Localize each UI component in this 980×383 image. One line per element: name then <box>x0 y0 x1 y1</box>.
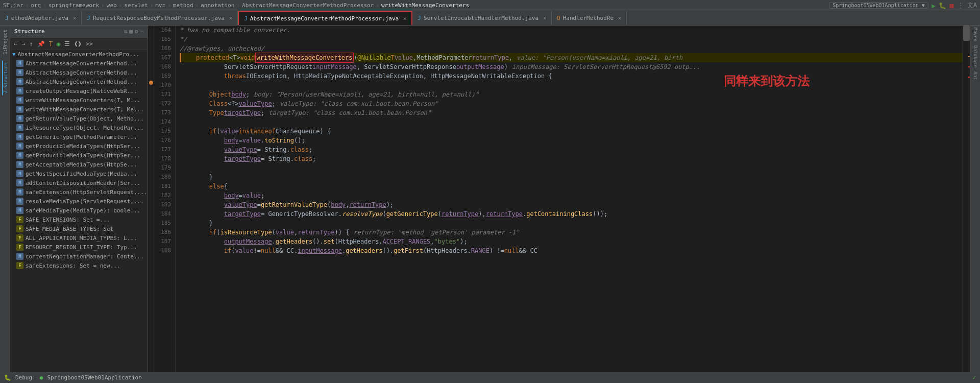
run-button[interactable]: ▶ <box>932 2 936 10</box>
right-panel-database[interactable]: Database <box>973 45 978 67</box>
close-icon[interactable]: × <box>543 15 546 21</box>
tab-icon: J <box>418 15 421 21</box>
sidebar-item[interactable]: MsafeMediaType(MediaType): boole... <box>10 206 148 215</box>
line-number: 170 <box>154 81 171 90</box>
sidebar-item[interactable]: FRESOURCE_REGION_LIST_TYPE: Typ... <box>10 243 148 252</box>
run-config-label: Springboot05Web01Application ▼ <box>829 2 928 9</box>
sidebar-item[interactable]: MgetAcceptableMediaTypes(HttpSe... <box>10 160 148 169</box>
tree-root[interactable]: ▼ AbstractMessageConverterMethodPro... <box>10 50 148 59</box>
breadcrumb-mvc: mvc <box>155 2 165 9</box>
scrollbar-track[interactable] <box>963 26 970 372</box>
code-text: inputMessage <box>312 62 357 71</box>
sidebar-item[interactable]: MgetReturnValueType(Object, Metho... <box>10 114 148 123</box>
toolbar-icon3[interactable]: ☰ <box>63 40 71 47</box>
sidebar-item[interactable]: MgetMostSpecificMediaType(Media... <box>10 169 148 178</box>
close-icon[interactable]: × <box>73 15 76 21</box>
lang-button[interactable]: 文A <box>967 1 977 10</box>
sidebar-item[interactable]: MgetProducibleMediaTypes(HttpSer... <box>10 141 148 151</box>
code-text: valueType <box>239 99 272 108</box>
line-number: 169 <box>154 71 171 81</box>
sidebar-item[interactable]: MwriteWithMessageConverters(T, M... <box>10 95 148 105</box>
sidebar-item-label: resolveMediaType(ServletRequest,... <box>26 198 144 205</box>
sidebar-toolbar: ← → ↑ 📌 T ◉ ☰ ❰❱ >> <box>10 38 148 50</box>
left-tab-project[interactable]: 1:Project <box>3 28 8 57</box>
sidebar-item[interactable]: FsafeExtensions: Set = new... <box>10 261 148 270</box>
close-icon[interactable]: × <box>618 15 621 21</box>
tab-handlermethod[interactable]: Q HandlerMethodRe × <box>552 11 627 25</box>
line-number: 181 <box>154 182 171 191</box>
code-text: ( <box>216 228 220 237</box>
toolbar-forward[interactable]: → <box>20 40 27 47</box>
tab-label: RequestResponseBodyMethodProcessor.java <box>93 15 225 21</box>
sidebar-item[interactable]: MaddContentDispositionHeader(Ser... <box>10 178 148 187</box>
tab-servletinvocable[interactable]: J ServletInvocableHandlerMethod.java × <box>412 11 552 25</box>
sidebar-item[interactable]: MAbstractMessageConverterMethod... <box>10 68 148 77</box>
tab-abstractmessage[interactable]: J AbstractMessageConverterMethodProcesso… <box>238 11 412 25</box>
sidebar-item[interactable]: MgetGenericType(MethodParameter... <box>10 132 148 141</box>
code-text: MethodParameter <box>416 53 472 62</box>
code-text: "bytes" <box>434 237 460 246</box>
toolbar-back[interactable]: ← <box>12 40 19 47</box>
app-running-label: Springboot05Web01Application <box>47 374 141 381</box>
tab-requestresponsebody[interactable]: J RequestResponseBodyMethodProcessor.jav… <box>82 11 238 25</box>
sidebar-item[interactable]: MsafeExtension(HttpServletRequest,... <box>10 187 148 197</box>
toolbar-expand[interactable]: >> <box>84 40 94 47</box>
sidebar-item[interactable]: MAbstractMessageConverterMethod... <box>10 77 148 86</box>
sidebar-item[interactable]: FALL_APPLICATION_MEDIA_TYPES: L... <box>10 233 148 243</box>
code-text: . <box>523 209 526 219</box>
sidebar-item[interactable]: FSAFE_EXTENSIONS: Set =... <box>10 215 148 224</box>
sort-icon[interactable]: ⇅ <box>124 28 128 35</box>
code-text: getHeaders <box>276 237 312 246</box>
code-text: != <box>254 246 261 255</box>
code-text: . <box>261 136 264 145</box>
code-text: class <box>294 154 312 163</box>
close-icon[interactable]: × <box>403 16 406 21</box>
code-text: */ <box>180 35 187 44</box>
line-number: 180 <box>154 173 171 182</box>
code-line-168: ServletServerHttpRequest inputMessage , … <box>180 62 963 71</box>
sidebar-item[interactable]: MresolveMediaType(ServletRequest,... <box>10 197 148 206</box>
settings-icon[interactable]: ⚙ <box>135 28 138 35</box>
right-panel-maven[interactable]: Maven <box>973 28 978 41</box>
line-number: 177 <box>154 145 171 154</box>
filter-icon[interactable]: ▦ <box>129 28 133 35</box>
code-text: Class <box>209 99 228 108</box>
sidebar-item-label: SAFE_MEDIA_BASE_TYPES: Set <box>26 226 113 232</box>
close-icon[interactable]: × <box>229 15 232 21</box>
scrollbar-thumb[interactable] <box>963 26 970 41</box>
code-editor[interactable]: 1641651661671681691701711721731741751761… <box>148 26 970 372</box>
sidebar-item[interactable]: MgetProducibleMediaTypes(HttpSer... <box>10 151 148 160</box>
toolbar-icon2[interactable]: ◉ <box>55 40 62 47</box>
code-text: body <box>224 136 239 145</box>
code-text: } <box>180 219 213 228</box>
sidebar-item-label: safeExtensions: Set = new... <box>26 262 120 269</box>
sidebar-item-label: AbstractMessageConverterMethod... <box>26 69 137 76</box>
debug-button[interactable]: 🐛 <box>939 2 946 9</box>
left-tab-structure[interactable]: Z-Structure <box>2 61 8 95</box>
code-text: )) { <box>334 228 349 237</box>
sidebar-item[interactable]: FSAFE_MEDIA_BASE_TYPES: Set <box>10 224 148 233</box>
code-text: RANGE <box>471 246 489 255</box>
stop-button[interactable]: ■ <box>949 2 953 10</box>
sidebar-item[interactable]: MisResourceType(Object, MethodPar... <box>10 123 148 132</box>
code-text: value <box>395 53 413 62</box>
sidebar-item[interactable]: McontentNegotiationManager: Conte... <box>10 252 148 261</box>
more-button[interactable]: ⋮ <box>957 2 964 10</box>
toolbar-pin[interactable]: 📌 <box>36 40 46 47</box>
code-text: ServletServerHttpRequest <box>224 62 312 71</box>
code-text: ; <box>312 154 316 163</box>
sidebar-item[interactable]: McreateOutputMessage(NativeWebR... <box>10 86 148 95</box>
toolbar-icon4[interactable]: ❰❱ <box>72 40 83 47</box>
sidebar-item[interactable]: MwriteWithMessageConverters(T, Me... <box>10 105 148 114</box>
code-text: Object <box>209 90 231 99</box>
debug-value: value: "Person(userName=xiaoli, age=21, … <box>517 53 682 62</box>
close-icon[interactable]: — <box>140 28 143 35</box>
toolbar-icon1[interactable]: T <box>47 40 54 47</box>
code-line-169: throws IOException, HttpMediaTypeNotAcce… <box>180 71 963 81</box>
toolbar-up[interactable]: ↑ <box>28 40 34 47</box>
debug-icon: 🐛 <box>4 374 11 381</box>
code-text: ( <box>272 228 276 237</box>
tab-methodadapter[interactable]: J ethodAdapter.java × <box>0 11 82 25</box>
right-panel-ant[interactable]: Ant <box>973 71 978 80</box>
sidebar-item[interactable]: MAbstractMessageConverterMethod... <box>10 59 148 68</box>
